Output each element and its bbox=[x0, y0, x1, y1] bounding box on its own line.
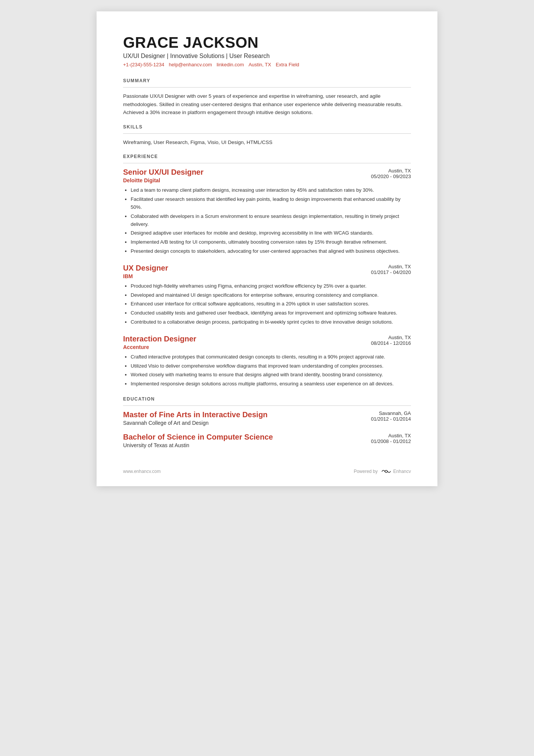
exp-title: Interaction Designer bbox=[123, 335, 196, 343]
exp-bullets: Led a team to revamp client platform des… bbox=[123, 186, 411, 255]
exp-bullets: Crafted interactive prototypes that comm… bbox=[123, 353, 411, 388]
exp-right: Austin, TX08/2014 - 12/2016 bbox=[362, 335, 411, 346]
exp-company: Deloitte Digital bbox=[123, 177, 203, 183]
exp-location: Austin, TX bbox=[362, 264, 411, 269]
exp-date: 08/2014 - 12/2016 bbox=[362, 340, 411, 346]
exp-bullet: Presented design concepts to stakeholder… bbox=[131, 247, 411, 255]
edu-right: Austin, TX01/2008 - 01/2012 bbox=[362, 433, 411, 444]
exp-bullet: Conducted usability tests and gathered u… bbox=[131, 309, 411, 317]
exp-header: UX DesignerIBMAustin, TX01/2017 - 04/202… bbox=[123, 264, 411, 282]
exp-date: 05/2020 - 09/2023 bbox=[362, 174, 411, 179]
experience-entry: Senior UX/UI DesignerDeloitte DigitalAus… bbox=[123, 168, 411, 255]
experience-entries: Senior UX/UI DesignerDeloitte DigitalAus… bbox=[123, 168, 411, 388]
exp-header: Senior UX/UI DesignerDeloitte DigitalAus… bbox=[123, 168, 411, 186]
edu-date: 01/2012 - 01/2014 bbox=[362, 416, 411, 422]
edu-date: 01/2008 - 01/2012 bbox=[362, 438, 411, 444]
exp-bullet: Collaborated with developers in a Scrum … bbox=[131, 213, 411, 229]
header-section: GRACE JACKSON UX/UI Designer | Innovativ… bbox=[123, 34, 411, 67]
edu-right: Savannah, GA01/2012 - 01/2014 bbox=[362, 410, 411, 422]
exp-company: IBM bbox=[123, 273, 168, 279]
edu-location: Austin, TX bbox=[362, 433, 411, 438]
experience-entry: UX DesignerIBMAustin, TX01/2017 - 04/202… bbox=[123, 264, 411, 326]
skills-text: Wireframing, User Research, Figma, Visio… bbox=[123, 138, 411, 147]
page-footer: www.enhancv.com Powered by Enhancv bbox=[123, 468, 411, 475]
exp-bullets: Produced high-fidelity wireframes using … bbox=[123, 282, 411, 326]
education-divider bbox=[123, 405, 411, 406]
edu-left: Master of Fine Arts in Interactive Desig… bbox=[123, 410, 268, 426]
footer-url: www.enhancv.com bbox=[123, 469, 161, 474]
skills-title: SKILLS bbox=[123, 124, 411, 130]
summary-title: SUMMARY bbox=[123, 78, 411, 83]
exp-bullet: Facilitated user research sessions that … bbox=[131, 196, 411, 211]
contact-email[interactable]: help@enhancv.com bbox=[169, 62, 212, 67]
enhancv-logo: Enhancv bbox=[381, 468, 411, 475]
exp-bullet: Implemented A/B testing for UI component… bbox=[131, 238, 411, 246]
exp-bullet: Designed adaptive user interfaces for mo… bbox=[131, 229, 411, 237]
skills-divider bbox=[123, 133, 411, 134]
exp-location: Austin, TX bbox=[362, 335, 411, 340]
edu-degree: Bachelor of Science in Computer Science bbox=[123, 433, 273, 441]
experience-title: EXPERIENCE bbox=[123, 154, 411, 159]
education-entry: Bachelor of Science in Computer ScienceU… bbox=[123, 433, 411, 448]
exp-bullet: Worked closely with marketing teams to e… bbox=[131, 371, 411, 379]
edu-header: Bachelor of Science in Computer ScienceU… bbox=[123, 433, 411, 448]
exp-bullet: Implemented responsive design solutions … bbox=[131, 380, 411, 388]
exp-header: Interaction DesignerAccentureAustin, TX0… bbox=[123, 335, 411, 353]
experience-section: EXPERIENCE Senior UX/UI DesignerDeloitte… bbox=[123, 154, 411, 388]
powered-by-text: Powered by bbox=[354, 469, 378, 474]
summary-text: Passionate UX/UI Designer with over 5 ye… bbox=[123, 92, 411, 117]
contact-extra: Extra Field bbox=[276, 62, 299, 67]
exp-title: UX Designer bbox=[123, 264, 168, 272]
edu-school: University of Texas at Austin bbox=[123, 442, 273, 448]
enhancv-icon bbox=[381, 468, 391, 475]
exp-title: Senior UX/UI Designer bbox=[123, 168, 203, 177]
edu-degree: Master of Fine Arts in Interactive Desig… bbox=[123, 410, 268, 419]
exp-company: Accenture bbox=[123, 344, 196, 350]
enhancv-brand: Enhancv bbox=[393, 469, 411, 474]
edu-header: Master of Fine Arts in Interactive Desig… bbox=[123, 410, 411, 426]
exp-location: Austin, TX bbox=[362, 168, 411, 174]
summary-section: SUMMARY Passionate UX/UI Designer with o… bbox=[123, 78, 411, 117]
exp-right: Austin, TX05/2020 - 09/2023 bbox=[362, 168, 411, 179]
exp-bullet: Crafted interactive prototypes that comm… bbox=[131, 353, 411, 361]
contact-line: +1-(234)-555-1234 help@enhancv.com linke… bbox=[123, 62, 411, 67]
experience-divider bbox=[123, 163, 411, 163]
footer-powered: Powered by Enhancv bbox=[354, 468, 411, 475]
education-entry: Master of Fine Arts in Interactive Desig… bbox=[123, 410, 411, 426]
summary-divider bbox=[123, 87, 411, 88]
education-section: EDUCATION Master of Fine Arts in Interac… bbox=[123, 396, 411, 448]
candidate-title: UX/UI Designer | Innovative Solutions | … bbox=[123, 53, 411, 59]
edu-location: Savannah, GA bbox=[362, 410, 411, 416]
education-entries: Master of Fine Arts in Interactive Desig… bbox=[123, 410, 411, 448]
contact-location: Austin, TX bbox=[248, 62, 271, 67]
exp-bullet: Developed and maintained UI design speci… bbox=[131, 291, 411, 299]
exp-bullet: Utilized Visio to deliver comprehensive … bbox=[131, 362, 411, 370]
exp-left: Interaction DesignerAccenture bbox=[123, 335, 196, 353]
experience-entry: Interaction DesignerAccentureAustin, TX0… bbox=[123, 335, 411, 388]
candidate-name: GRACE JACKSON bbox=[123, 34, 411, 51]
resume-page: GRACE JACKSON UX/UI Designer | Innovativ… bbox=[97, 11, 437, 486]
exp-left: UX DesignerIBM bbox=[123, 264, 168, 282]
exp-date: 01/2017 - 04/2020 bbox=[362, 269, 411, 275]
exp-bullet: Contributed to a collaborative design pr… bbox=[131, 318, 411, 326]
contact-linkedin[interactable]: linkedin.com bbox=[217, 62, 244, 67]
education-title: EDUCATION bbox=[123, 396, 411, 402]
exp-right: Austin, TX01/2017 - 04/2020 bbox=[362, 264, 411, 275]
exp-bullet: Led a team to revamp client platform des… bbox=[131, 186, 411, 194]
exp-bullet: Produced high-fidelity wireframes using … bbox=[131, 282, 411, 290]
contact-phone[interactable]: +1-(234)-555-1234 bbox=[123, 62, 164, 67]
edu-school: Savannah College of Art and Design bbox=[123, 420, 268, 426]
exp-left: Senior UX/UI DesignerDeloitte Digital bbox=[123, 168, 203, 186]
edu-left: Bachelor of Science in Computer ScienceU… bbox=[123, 433, 273, 448]
exp-bullet: Enhanced user interface for critical sof… bbox=[131, 300, 411, 308]
skills-section: SKILLS Wireframing, User Research, Figma… bbox=[123, 124, 411, 147]
